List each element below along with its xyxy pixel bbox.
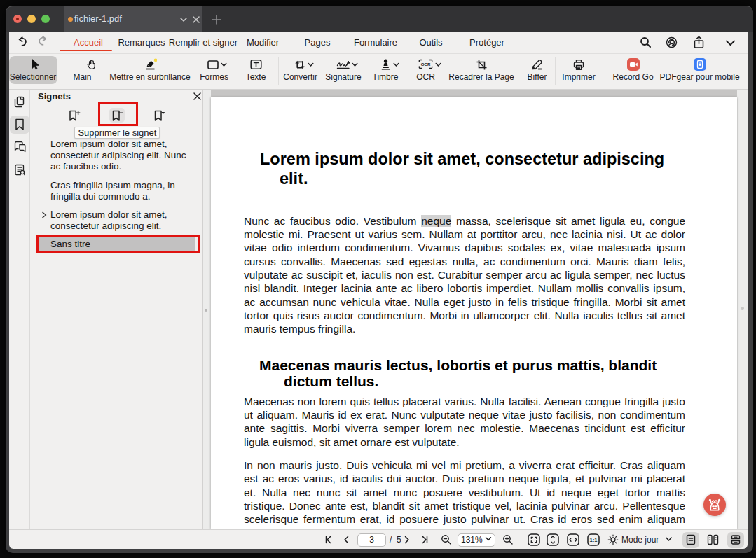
svg-text:1:1: 1:1 bbox=[590, 537, 598, 543]
svg-text:OCR: OCR bbox=[421, 62, 431, 67]
